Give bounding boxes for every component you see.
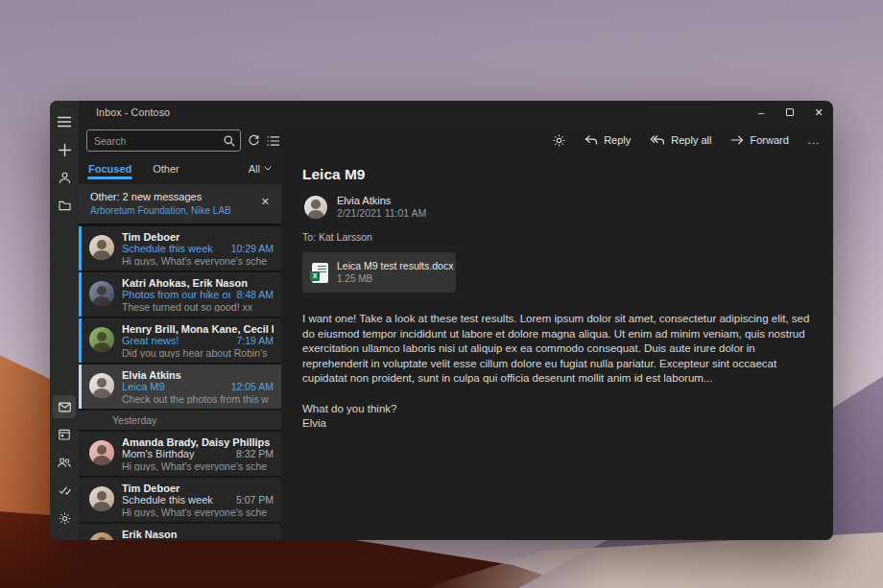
reply-icon: [585, 134, 598, 146]
nav-sidebar: [50, 101, 79, 540]
message-list-pane: Focused Other All Other: 2 new messages …: [79, 124, 281, 540]
item-preview: Hi guys, What's everyone's sche: [122, 506, 274, 518]
mail-app-window: Inbox - Contoso – ✕: [50, 101, 833, 540]
avatar: [89, 327, 114, 352]
list-item-text: Katri Ahokas, Erik Nason Photos from our…: [122, 277, 274, 312]
item-preview: These turned out so good! xx: [122, 301, 274, 313]
list-item[interactable]: Tim Deboer Schedule this week 5:07 PM Hi…: [79, 478, 281, 522]
list-item[interactable]: Tim Deboer Schedule this week 10:29 AM H…: [79, 226, 281, 270]
window-content: Focused Other All Other: 2 new messages …: [79, 124, 833, 540]
tab-focused[interactable]: Focused: [88, 163, 131, 179]
sender-avatar: [304, 196, 327, 219]
message-body: I want one! Take a look at these test re…: [302, 312, 820, 432]
reply-all-button[interactable]: Reply all: [650, 134, 711, 146]
list-item[interactable]: Katri Ahokas, Erik Nason Photos from our…: [79, 272, 281, 317]
attachment-card[interactable]: X Leica M9 test results.docx 1.25 MB: [302, 252, 456, 293]
filter-icon[interactable]: [267, 135, 280, 147]
item-time: 5:07 PM: [236, 494, 274, 506]
people-nav-icon[interactable]: [53, 451, 76, 474]
minimize-button[interactable]: –: [747, 101, 776, 124]
message-sender-row: Elvia Atkins 2/21/2021 11:01 AM: [302, 195, 820, 220]
item-sender: Erik Nason: [122, 529, 274, 540]
accounts-person-icon[interactable]: [53, 166, 76, 189]
recipient-line: To: Kat Larsson: [302, 231, 820, 243]
item-sender: Amanda Brady, Daisy Phillips: [122, 436, 274, 448]
item-sender: Elvia Atkins: [122, 369, 274, 381]
list-item-text: Tim Deboer Schedule this week 5:07 PM Hi…: [122, 482, 274, 517]
sun-icon[interactable]: [553, 134, 565, 147]
forward-button[interactable]: Forward: [730, 134, 788, 146]
hamburger-menu-icon[interactable]: [53, 110, 76, 133]
search-box[interactable]: [86, 129, 241, 152]
more-actions-icon[interactable]: ...: [808, 134, 820, 146]
list-item[interactable]: Amanda Brady, Daisy Phillips Mom's Birth…: [79, 432, 281, 476]
other-messages-banner[interactable]: Other: 2 new messages Arboretum Foundati…: [79, 184, 281, 223]
calendar-nav-icon[interactable]: [53, 423, 76, 446]
window-title: Inbox - Contoso: [79, 106, 170, 118]
window-main: Inbox - Contoso – ✕: [79, 101, 833, 540]
banner-senders: Arboretum Foundation, Nike LAB: [90, 205, 272, 216]
item-subject: Photos from our hike on Maple: [122, 289, 230, 301]
item-sender: Katri Ahokas, Erik Nason: [122, 277, 274, 289]
search-row: [79, 124, 281, 156]
filter-all-dropdown[interactable]: All: [249, 163, 272, 179]
sender-name: Elvia Atkins: [337, 195, 426, 207]
reading-pane: Reply Reply all Forward ... Leica M9: [281, 124, 833, 540]
list-item[interactable]: Henry Brill, Mona Kane, Cecil Fo Great n…: [79, 318, 281, 363]
list-item-text: Tim Deboer Schedule this week 10:29 AM H…: [122, 231, 274, 266]
attachment-name: Leica M9 test results.docx: [337, 260, 453, 272]
item-subject: Leica M9: [122, 381, 226, 393]
list-item-text: Elvia Atkins Leica M9 12:05 AM Check out…: [122, 369, 274, 404]
item-subject: Mom's Birthday: [122, 448, 230, 460]
mail-nav-icon[interactable]: [53, 395, 76, 418]
list-item-text: Amanda Brady, Daisy Phillips Mom's Birth…: [122, 436, 274, 471]
forward-label: Forward: [750, 134, 788, 146]
excel-file-icon: X: [312, 263, 328, 283]
close-button[interactable]: ✕: [804, 101, 833, 124]
filter-all-label: All: [249, 163, 260, 175]
item-subject: Schedule this week: [122, 494, 230, 506]
banner-close-icon[interactable]: ✕: [261, 196, 270, 208]
folders-icon[interactable]: [53, 194, 76, 217]
avatar: [89, 373, 114, 398]
inbox-tabs: Focused Other All: [79, 156, 281, 181]
body-signature: Elvia: [302, 416, 820, 432]
item-time: 7:19 AM: [236, 335, 274, 347]
maximize-icon: [786, 108, 794, 116]
item-preview: Hi guys, What's everyone's sche: [122, 255, 274, 267]
item-sender: Tim Deboer: [122, 482, 274, 494]
reply-all-icon: [650, 134, 665, 146]
chevron-down-icon: [264, 166, 272, 171]
search-icon[interactable]: [224, 135, 235, 147]
body-paragraph: I want one! Take a look at these test re…: [302, 312, 820, 387]
item-preview: Did you guys hear about Robin's: [122, 347, 274, 359]
new-mail-plus-icon[interactable]: [53, 138, 76, 161]
item-preview: Hi guys, What's everyone's sche: [122, 460, 274, 472]
message-toolbar: Reply Reply all Forward ...: [302, 124, 820, 154]
maximize-button[interactable]: [776, 101, 804, 124]
list-item[interactable]: Erik Nason Schedule this week 10:29 AM: [79, 524, 281, 540]
day-divider: Yesterday: [79, 411, 281, 430]
reply-label: Reply: [604, 134, 631, 146]
list-item-selected[interactable]: Elvia Atkins Leica M9 12:05 AM Check out…: [79, 365, 281, 409]
avatar: [89, 235, 114, 260]
banner-title: Other: 2 new messages: [90, 191, 272, 202]
reply-all-label: Reply all: [671, 134, 711, 146]
item-time: 10:29 AM: [231, 243, 274, 255]
window-controls: – ✕: [747, 101, 833, 124]
search-input[interactable]: [94, 135, 224, 147]
item-sender: Tim Deboer: [122, 231, 274, 243]
tab-other[interactable]: Other: [153, 163, 179, 179]
list-item-text: Erik Nason Schedule this week 10:29 AM: [122, 529, 274, 540]
message-list: Tim Deboer Schedule this week 10:29 AM H…: [79, 223, 281, 540]
avatar: [89, 532, 114, 540]
todo-checkmarks-icon[interactable]: [53, 479, 76, 502]
message-subject: Leica M9: [302, 166, 820, 183]
item-subject: Great news!: [122, 335, 230, 347]
title-bar: Inbox - Contoso – ✕: [79, 101, 833, 124]
settings-gear-icon[interactable]: [53, 506, 76, 529]
item-time: 8:32 PM: [236, 448, 274, 460]
item-sender: Henry Brill, Mona Kane, Cecil Fo: [122, 323, 274, 335]
reply-button[interactable]: Reply: [585, 134, 631, 146]
sync-icon[interactable]: [248, 134, 260, 147]
